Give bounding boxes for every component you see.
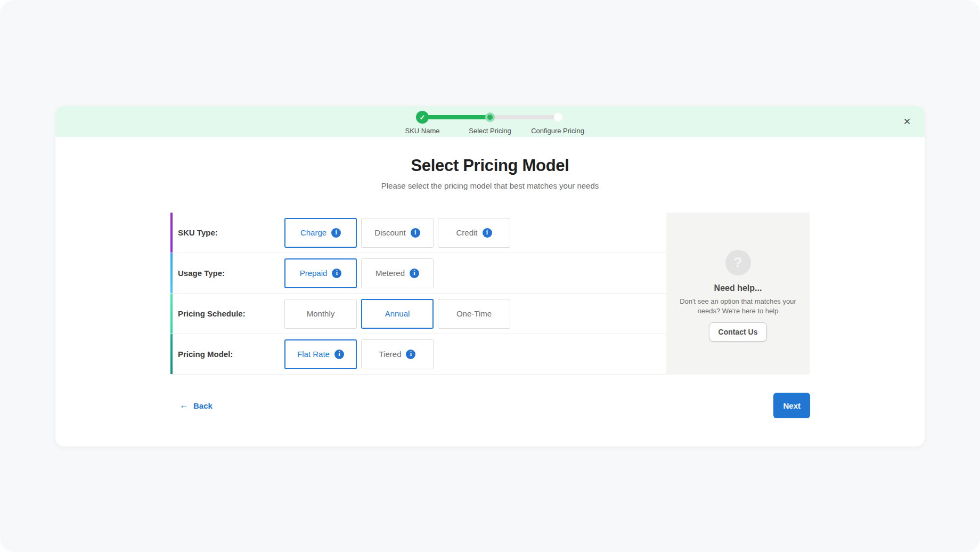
option-group-pricing-schedule: Monthly Annual One-Time	[284, 299, 510, 329]
page-background: ✓ SKU Name Select Pricing Configure Pric…	[0, 0, 980, 552]
accent-bar-usage-type	[170, 253, 173, 293]
stepper-track-upcoming	[490, 115, 558, 119]
option-group-usage-type: Prepaid i Metered i	[284, 258, 434, 288]
option-credit-label: Credit	[456, 228, 477, 237]
selection-area: SKU Type: Charge i Discount i Cr	[170, 213, 810, 375]
option-charge[interactable]: Charge i	[284, 218, 357, 248]
row-pricing-schedule: Pricing Schedule: Monthly Annual One-Tim…	[170, 294, 666, 334]
options-table: SKU Type: Charge i Discount i Cr	[170, 213, 666, 375]
page-subtitle: Please select the pricing model that bes…	[55, 181, 925, 190]
option-monthly-label: Monthly	[307, 309, 335, 318]
option-prepaid[interactable]: Prepaid i	[284, 258, 357, 288]
option-flat-rate-label: Flat Rate	[297, 350, 330, 359]
modal-header: ✓ SKU Name Select Pricing Configure Pric…	[55, 106, 925, 137]
info-icon[interactable]: i	[410, 269, 419, 278]
accent-bar-pricing-schedule	[170, 294, 173, 334]
info-icon[interactable]: i	[332, 269, 341, 278]
back-arrow-icon: ←	[179, 400, 189, 411]
option-charge-label: Charge	[300, 228, 326, 237]
back-button[interactable]: ← Back	[171, 400, 221, 411]
option-monthly[interactable]: Monthly	[284, 299, 357, 329]
contact-us-button[interactable]: Contact Us	[709, 322, 767, 342]
page-title: Select Pricing Model	[55, 156, 925, 175]
progress-stepper: ✓ SKU Name Select Pricing Configure Pric…	[402, 110, 578, 137]
step-upcoming-circle-icon	[554, 113, 562, 121]
modal-body: Select Pricing Model Please select the p…	[55, 137, 925, 418]
option-annual-label: Annual	[385, 309, 410, 318]
row-label-usage-type: Usage Type:	[178, 269, 284, 278]
step-current-dot-icon	[485, 112, 495, 122]
row-label-pricing-schedule: Pricing Schedule:	[178, 309, 284, 318]
option-one-time[interactable]: One-Time	[438, 299, 510, 329]
step-label-sku-name: SKU Name	[405, 127, 439, 135]
option-credit[interactable]: Credit i	[438, 218, 510, 248]
info-icon[interactable]: i	[411, 228, 420, 238]
question-mark-icon: ?	[725, 250, 751, 275]
option-metered-label: Metered	[375, 269, 405, 278]
help-body-text: Don't see an option that matches your ne…	[676, 297, 801, 315]
option-discount[interactable]: Discount i	[361, 218, 434, 248]
option-annual[interactable]: Annual	[361, 299, 434, 329]
info-icon[interactable]: i	[331, 228, 341, 238]
option-metered[interactable]: Metered i	[361, 258, 434, 288]
stepper-track-completed	[422, 115, 490, 119]
step-completed-check-icon: ✓	[416, 111, 429, 124]
row-label-sku-type: SKU Type:	[178, 228, 284, 237]
option-prepaid-label: Prepaid	[300, 269, 328, 278]
option-tiered[interactable]: Tiered i	[361, 339, 434, 369]
help-title: Need help...	[714, 283, 762, 293]
row-pricing-model: Pricing Model: Flat Rate i Tiered i	[170, 334, 666, 375]
row-usage-type: Usage Type: Prepaid i Metered i	[170, 253, 666, 294]
info-icon[interactable]: i	[334, 350, 344, 359]
step-label-select-pricing: Select Pricing	[469, 127, 511, 135]
option-flat-rate[interactable]: Flat Rate i	[284, 339, 357, 369]
option-group-sku-type: Charge i Discount i Credit i	[284, 218, 510, 248]
accent-bar-sku-type	[170, 213, 173, 253]
help-panel: ? Need help... Don't see an option that …	[666, 213, 810, 375]
accent-bar-pricing-model	[170, 334, 173, 374]
pricing-wizard-modal: ✓ SKU Name Select Pricing Configure Pric…	[55, 106, 925, 447]
info-icon[interactable]: i	[483, 228, 492, 238]
row-label-pricing-model: Pricing Model:	[178, 350, 284, 359]
option-tiered-label: Tiered	[379, 350, 402, 359]
option-discount-label: Discount	[374, 228, 405, 237]
step-label-configure-pricing: Configure Pricing	[531, 127, 584, 135]
next-button[interactable]: Next	[773, 393, 810, 418]
close-icon[interactable]: ✕	[899, 113, 915, 129]
back-button-label: Back	[193, 401, 213, 410]
row-sku-type: SKU Type: Charge i Discount i Cr	[170, 213, 666, 253]
option-one-time-label: One-Time	[456, 309, 492, 318]
option-group-pricing-model: Flat Rate i Tiered i	[284, 339, 434, 369]
footer: ← Back Next	[171, 393, 810, 418]
info-icon[interactable]: i	[406, 350, 415, 359]
